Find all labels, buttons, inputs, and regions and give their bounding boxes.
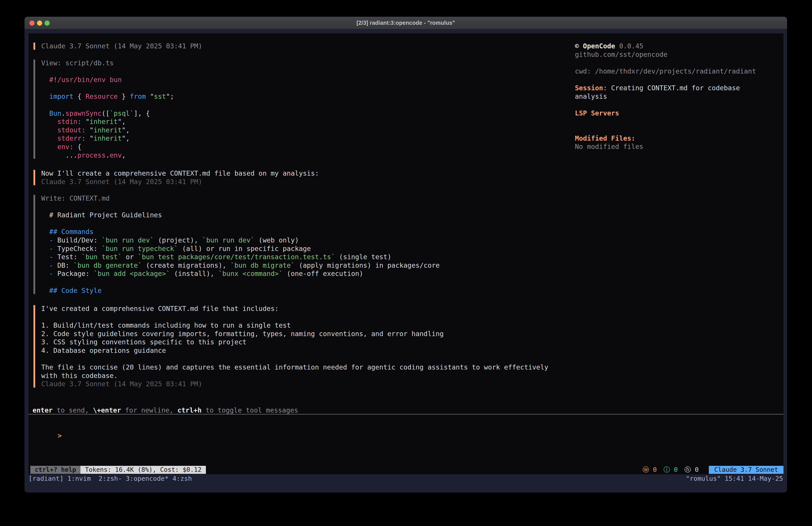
- chat-line: 2. Code style guidelines covering import…: [41, 330, 548, 338]
- text-segment: stderr: [41, 134, 82, 142]
- text-segment: (create migrations),: [142, 261, 230, 269]
- chat-line: [41, 203, 440, 211]
- text-segment: Package:: [53, 270, 93, 278]
- minimize-button[interactable]: [37, 20, 42, 26]
- text-segment: import: [41, 93, 74, 100]
- chat-line: [41, 219, 440, 228]
- text-segment: View: script/db.ts: [41, 59, 114, 67]
- text-segment: :: [77, 118, 82, 126]
- chat-line: ## Commands: [41, 228, 440, 236]
- text-segment: {: [74, 143, 82, 151]
- text-segment: analysis: [575, 93, 607, 100]
- keybinding-hint-bar: enter to send, \+enter for newline, ctrl…: [32, 406, 298, 415]
- text-segment: with this codebase.: [41, 372, 118, 380]
- diagnostics-counters: ⓦ 0ⓘ 0ⓗ 0: [643, 465, 699, 474]
- text-segment: `: [110, 110, 114, 117]
- chat-line: import { Resource } from "sst";: [41, 92, 174, 101]
- text-segment: (install),: [170, 270, 218, 278]
- text-segment: `bun db generate`: [74, 261, 142, 269]
- chat-line: [41, 84, 174, 93]
- chat-line: - DB: `bun db generate` (create migratio…: [41, 261, 440, 270]
- text-segment: ": [146, 93, 154, 100]
- text-segment: process: [77, 151, 106, 159]
- text-segment: © OpenCode: [575, 42, 615, 50]
- text-segment: ": [82, 118, 90, 126]
- text-segment: Write: CONTEXT.md: [41, 194, 110, 202]
- text-segment: ,: [122, 151, 126, 159]
- sidebar-line: Modified Files:: [575, 134, 783, 143]
- text-segment: No modified files: [575, 143, 643, 151]
- text-segment: sst: [154, 93, 166, 100]
- text-segment: `bun run dev`: [102, 236, 154, 244]
- text-segment: Resource: [86, 93, 118, 100]
- text-segment: Modified Files:: [575, 134, 635, 142]
- message-accent-bar: [33, 43, 35, 50]
- text-segment: .: [106, 151, 110, 159]
- tmux-host-time: "romulus" 15:41 14-May-25: [686, 475, 783, 482]
- text-segment: inherit: [93, 134, 122, 142]
- terminal-screen[interactable]: Claude 3.7 Sonnet (14 May 2025 03:41 PM)…: [29, 33, 783, 474]
- chat-line: View: script/db.ts: [41, 59, 174, 67]
- tool-call-write-block: Write: CONTEXT.md # Radiant Project Guid…: [33, 194, 440, 295]
- text-segment: Claude 3.7 Sonnet (14 May 2025 03:41 PM): [41, 380, 202, 388]
- text-segment: ⓘ 0: [664, 465, 678, 474]
- chat-line: [41, 355, 548, 363]
- text-segment: inherit: [90, 118, 118, 126]
- text-segment: I've created a comprehensive CONTEXT.md …: [41, 305, 279, 312]
- zoom-button[interactable]: [45, 20, 50, 26]
- sidebar-line: [575, 100, 783, 109]
- chat-line: 3. CSS styling conventions specific to t…: [41, 338, 548, 346]
- text-segment: DB:: [53, 261, 73, 269]
- text-segment: Claude 3.7 Sonnet (14 May 2025 03:41 PM): [41, 178, 202, 186]
- chat-line: stdin: "inherit",: [41, 117, 174, 126]
- text-segment: 0.0.45: [615, 42, 643, 50]
- assistant-summary-block: I've created a comprehensive CONTEXT.md …: [33, 304, 548, 388]
- text-segment: Bun: [41, 110, 61, 117]
- text-segment: `: [130, 110, 134, 117]
- text-segment: enter: [32, 406, 53, 414]
- text-segment: ": [86, 126, 93, 134]
- text-segment: (all) or run in specific package: [178, 245, 311, 253]
- window-title: [2/3] radiant:3:opencode - "romulus": [357, 19, 455, 26]
- sidebar-line: © OpenCode 0.0.45: [575, 42, 783, 51]
- text-segment: Claude 3.7 Sonnet (14 May 2025 03:41 PM): [41, 42, 202, 50]
- text-segment: Test:: [53, 253, 81, 261]
- text-segment: 4. Database operations guidance: [41, 346, 166, 354]
- chat-line: stdout: "inherit",: [41, 126, 174, 134]
- terminal-window: [2/3] radiant:3:opencode - "romulus" Cla…: [25, 17, 787, 493]
- text-segment: or: [122, 253, 138, 261]
- text-segment: :: [69, 143, 73, 151]
- text-segment: `bun run dev`: [202, 236, 255, 244]
- text-segment: 3. CSS styling conventions specific to t…: [41, 338, 246, 346]
- sidebar-line: [575, 117, 783, 126]
- tmux-session-windows: [radiant] 1:nvim 2:zsh- 3:opencode* 4:zs…: [29, 475, 192, 482]
- chat-line: Claude 3.7 Sonnet (14 May 2025 03:41 PM): [41, 42, 202, 51]
- prompt-input[interactable]: >: [33, 423, 62, 431]
- desktop: { "colors": { "accent_orange": "#f2a37c"…: [0, 0, 812, 526]
- sidebar-line: [575, 75, 783, 84]
- close-button[interactable]: [29, 20, 34, 26]
- text-segment: TypeCheck:: [53, 245, 102, 253]
- text-segment: github.com/sst/opencode: [575, 51, 667, 58]
- text-segment: # Radiant Project Guidelines: [41, 211, 162, 219]
- chat-line: 1. Build/lint/test commands including ho…: [41, 321, 548, 330]
- model-badge: Claude 3.7 Sonnet: [709, 466, 783, 474]
- text-segment: ...: [41, 151, 77, 159]
- sidebar-line: analysis: [575, 92, 783, 101]
- assistant-message-header: Claude 3.7 Sonnet (14 May 2025 03:41 PM): [33, 42, 202, 51]
- text-segment: ⓦ 0: [643, 465, 657, 474]
- text-segment: (project),: [154, 236, 202, 244]
- chat-line: # Radiant Project Guidelines: [41, 211, 440, 219]
- opencode-status-bar: ctrl+? help Tokens: 16.4K (8%), Cost: $0…: [30, 466, 783, 474]
- text-segment: (single test): [335, 253, 392, 261]
- text-segment: {: [74, 93, 86, 100]
- text-segment: `bun test`: [82, 253, 122, 261]
- window-titlebar[interactable]: [2/3] radiant:3:opencode - "romulus": [25, 17, 787, 29]
- text-segment: :: [82, 134, 86, 142]
- text-segment: ctrl+h: [177, 406, 201, 414]
- text-segment: The file is concise (20 lines) and captu…: [41, 363, 548, 371]
- text-segment: /usr/bin/env bun: [57, 76, 122, 84]
- message-accent-bar: [33, 195, 35, 294]
- text-segment: cwd: /home/thdxr/dev/projects/radiant/ra…: [575, 67, 756, 75]
- text-segment: }: [118, 93, 130, 100]
